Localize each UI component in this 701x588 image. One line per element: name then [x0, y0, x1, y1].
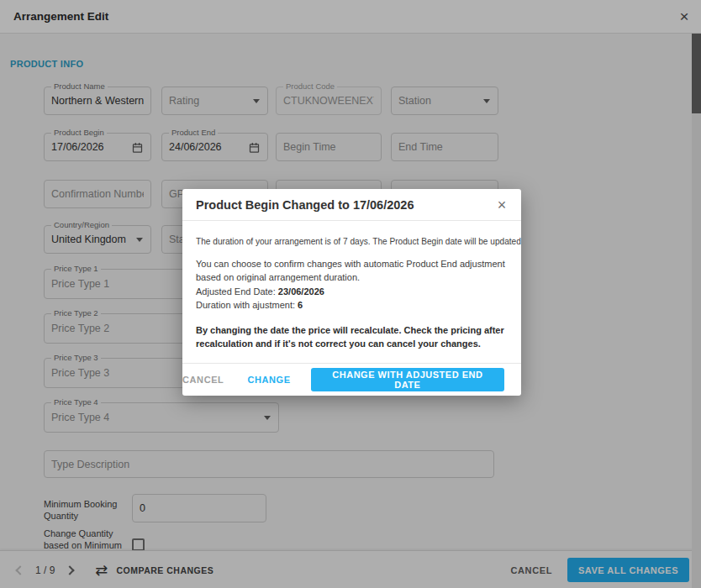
modal-change-button[interactable]: CHANGE [247, 375, 290, 385]
adjusted-end-date-value: 23/06/2026 [278, 286, 324, 297]
arrangement-edit-dialog: Arrangement Edit × PRODUCT INFO Product … [0, 0, 701, 588]
change-with-adjusted-end-date-button[interactable]: CHANGE WITH ADJUSTED END DATE [311, 368, 504, 391]
modal-footer: CANCEL CHANGE CHANGE WITH ADJUSTED END D… [182, 363, 521, 396]
modal-paragraph-duration: The duration of your arrangement is of 7… [196, 234, 521, 249]
adjusted-end-date-line: Adjusted End Date: 23/06/2026 [196, 285, 508, 299]
modal-title: Product Begin Changed to 17/06/2026 [196, 198, 414, 212]
modal-header: Product Begin Changed to 17/06/2026 × [182, 189, 521, 221]
duration-adjustment-line: Duration with ajustment: 6 [196, 298, 508, 312]
modal-warning-text: By changing the date the price will reca… [196, 323, 508, 351]
modal-body: The duration of your arrangement is of 7… [182, 221, 521, 351]
modal-paragraph-confirm: You can choose to confirm changes with a… [196, 257, 508, 285]
duration-adjustment-value: 6 [298, 300, 303, 310]
product-begin-changed-modal: Product Begin Changed to 17/06/2026 × Th… [182, 189, 521, 396]
modal-cancel-button[interactable]: CANCEL [182, 375, 224, 385]
close-icon[interactable]: × [493, 196, 511, 214]
